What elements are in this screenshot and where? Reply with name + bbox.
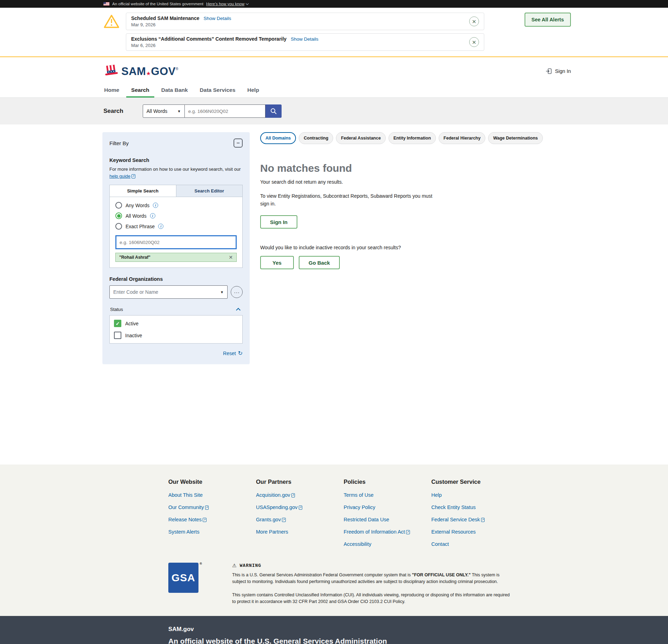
close-icon[interactable]: ✕ xyxy=(469,16,479,26)
filter-panel: Filter By − Keyword Search For more info… xyxy=(102,132,250,364)
sign-in-button[interactable]: Sign In xyxy=(260,215,297,229)
warning-icon: ⚠ xyxy=(232,563,237,568)
yes-button[interactable]: Yes xyxy=(260,256,294,269)
reset-icon: ↻ xyxy=(238,350,243,357)
nav-help[interactable]: Help xyxy=(242,82,264,97)
radio-checked-icon xyxy=(115,212,122,219)
keyword-search-box: Simple Search Search Editor Any Words i … xyxy=(109,185,243,268)
header-sign-in-link[interactable]: Sign In xyxy=(545,68,571,75)
go-back-button[interactable]: Go Back xyxy=(299,256,340,269)
footer-link-our-community[interactable]: Our Community↗ xyxy=(168,504,209,510)
checkbox-active[interactable]: ✓ Active xyxy=(114,320,238,327)
no-matches-heading: No matches found xyxy=(260,162,563,174)
footer-link-usaspending-gov[interactable]: USASpending.gov↗ xyxy=(256,504,302,510)
search-type-select[interactable]: All Words ▼ xyxy=(143,104,185,118)
pill-entity-information[interactable]: Entity Information xyxy=(389,132,436,144)
checkbox-inactive[interactable]: Inactive xyxy=(114,332,238,339)
keyword-input[interactable] xyxy=(115,235,237,249)
collapse-filters-button[interactable]: − xyxy=(234,138,243,148)
checkbox-checked-icon: ✓ xyxy=(114,320,121,327)
global-search-bar: Search All Words ▼ xyxy=(0,98,668,124)
main-content: Filter By − Keyword Search For more info… xyxy=(0,124,668,465)
alerts-section: Scheduled SAM Maintenance Show Details M… xyxy=(0,8,668,57)
close-icon[interactable]: ✕ xyxy=(469,37,479,47)
keyword-chip: "Rohail Ashraf" ✕ xyxy=(115,253,237,262)
logo-text: SAM★GOV® xyxy=(121,66,178,77)
gov-banner: An official website of the United States… xyxy=(0,0,668,8)
footer-link-check-entity-status[interactable]: Check Entity Status xyxy=(431,504,476,510)
footer-link-acquisition-gov[interactable]: Acquisition.gov↗ xyxy=(256,492,295,498)
nav-search[interactable]: Search xyxy=(126,82,154,97)
pill-federal-assistance[interactable]: Federal Assistance xyxy=(336,132,385,144)
tab-simple-search[interactable]: Simple Search xyxy=(110,185,176,197)
site-header: SAM★GOV® Sign In xyxy=(0,57,668,82)
footer-link-about-this-site[interactable]: About This Site xyxy=(168,492,203,498)
footer-link-help[interactable]: Help xyxy=(431,492,442,498)
footer-link-contact[interactable]: Contact xyxy=(431,541,449,547)
footer-link-accessibility[interactable]: Accessibility xyxy=(344,541,371,547)
remove-chip-icon[interactable]: ✕ xyxy=(229,255,233,260)
global-search-input[interactable] xyxy=(185,104,265,118)
search-results: All Domains Contracting Federal Assistan… xyxy=(260,132,563,269)
nav-home[interactable]: Home xyxy=(99,82,124,97)
nav-data-bank[interactable]: Data Bank xyxy=(156,82,193,97)
sam-gov-logo[interactable]: SAM★GOV® xyxy=(103,64,178,78)
footer-link-more-partners[interactable]: More Partners xyxy=(256,529,288,535)
reset-filters-link[interactable]: Reset ↻ xyxy=(223,350,243,357)
pill-all-domains[interactable]: All Domains xyxy=(260,132,296,144)
nav-data-services[interactable]: Data Services xyxy=(195,82,241,97)
sign-in-label: Sign In xyxy=(555,68,571,74)
sign-in-note: To view Entity Registrations, Subcontrac… xyxy=(260,192,436,208)
see-all-alerts-button[interactable]: See All Alerts xyxy=(525,13,571,27)
federal-org-placeholder: Enter Code or Name xyxy=(113,289,158,295)
pill-federal-hierarchy[interactable]: Federal Hierarchy xyxy=(439,132,486,144)
footer-link-terms-of-use[interactable]: Terms of Use xyxy=(344,492,373,498)
pill-wage-determinations[interactable]: Wage Determinations xyxy=(488,132,542,144)
footer-link-system-alerts[interactable]: System Alerts xyxy=(168,529,200,535)
radio-all-words[interactable]: All Words i xyxy=(115,212,237,219)
alert-list: Scheduled SAM Maintenance Show Details M… xyxy=(126,13,484,51)
radio-exact-phrase[interactable]: Exact Phrase i xyxy=(115,223,237,230)
alert-title: Exclusions “Additional Comments” Content… xyxy=(131,36,286,42)
info-icon[interactable]: i xyxy=(150,213,155,218)
external-link-icon: ↗ xyxy=(406,530,410,534)
external-link-icon: ↗ xyxy=(131,174,135,178)
external-link-icon: ↗ xyxy=(205,506,209,510)
footer-link-restricted-data-use[interactable]: Restricted Data Use xyxy=(344,517,389,522)
tab-search-editor[interactable]: Search Editor xyxy=(176,185,243,197)
external-link-icon: ↗ xyxy=(203,518,207,522)
info-icon[interactable]: i xyxy=(158,224,163,229)
footer-official-text: An official website of the U.S. General … xyxy=(168,637,668,644)
keyword-chip-label: "Rohail Ashraf" xyxy=(119,255,150,260)
inactive-records-question: Would you like to include inactive recor… xyxy=(260,245,563,250)
federal-org-select[interactable]: Enter Code or Name ▼ xyxy=(109,285,228,299)
pill-contracting[interactable]: Contracting xyxy=(299,132,333,144)
chevron-down-icon: ▼ xyxy=(177,109,181,113)
site-footer: Our Website About This Site Our Communit… xyxy=(0,465,668,616)
gov-banner-text: An official website of the United States… xyxy=(112,2,203,6)
alert-show-details-link[interactable]: Show Details xyxy=(203,16,231,21)
footer-link-release-notes[interactable]: Release Notes↗ xyxy=(168,517,207,522)
sign-in-icon xyxy=(545,68,552,75)
external-link-icon: ↗ xyxy=(299,506,303,510)
chevron-up-icon xyxy=(236,308,241,312)
footer-link-federal-service-desk[interactable]: Federal Service Desk↗ xyxy=(431,517,485,522)
footer-link-grants-gov[interactable]: Grants.gov↗ xyxy=(256,517,286,522)
help-guide-link[interactable]: help guide↗ xyxy=(109,174,135,179)
radio-any-words[interactable]: Any Words i xyxy=(115,202,237,209)
search-button[interactable] xyxy=(265,104,282,118)
chevron-down-icon: ▼ xyxy=(220,290,224,294)
footer-link-external-resources[interactable]: External Resources xyxy=(431,529,476,535)
gov-banner-how-link[interactable]: Here’s how you know xyxy=(206,2,248,6)
external-link-icon: ↗ xyxy=(291,493,295,497)
footer-link-foia[interactable]: Freedom of Information Act↗ xyxy=(344,529,410,535)
domain-filter-pills: All Domains Contracting Federal Assistan… xyxy=(260,132,563,144)
more-options-button[interactable]: … xyxy=(231,286,243,298)
radio-unchecked-icon xyxy=(115,223,122,230)
status-accordion-header[interactable]: Status xyxy=(109,304,243,315)
alert-show-details-link[interactable]: Show Details xyxy=(291,36,318,42)
info-icon[interactable]: i xyxy=(153,203,158,208)
footer-link-privacy-policy[interactable]: Privacy Policy xyxy=(344,504,375,510)
checkbox-unchecked-icon xyxy=(114,332,121,339)
uncle-sam-hat-icon xyxy=(102,63,120,79)
